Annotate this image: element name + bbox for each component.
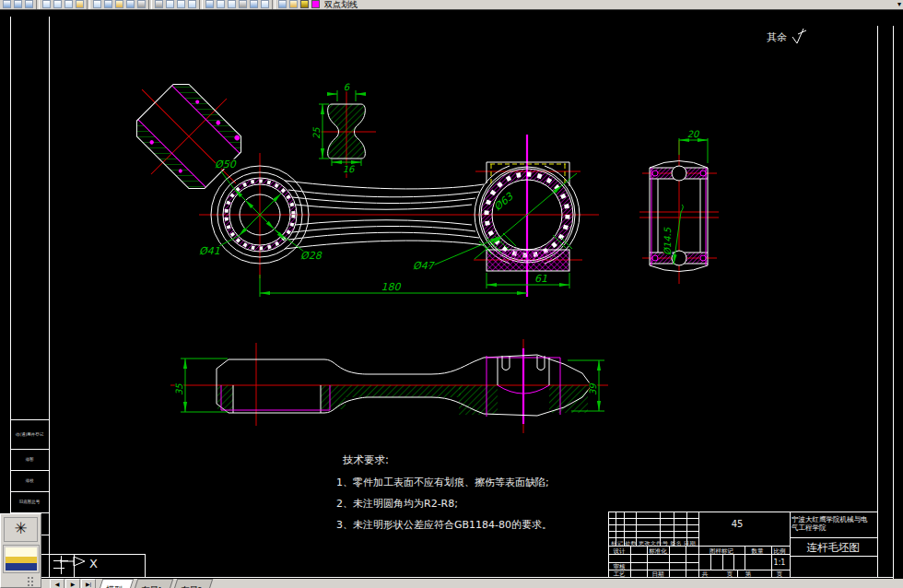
toolbar-overflow-icon[interactable]: ▾ bbox=[897, 0, 901, 8]
strip-cell: 描图 bbox=[25, 457, 34, 462]
process-label: 工艺 bbox=[614, 570, 627, 578]
sheet-unit2: 页 bbox=[777, 570, 783, 578]
tab-model[interactable]: 模型 bbox=[99, 579, 135, 588]
svg-text:39: 39 bbox=[588, 382, 598, 395]
strip-cell: 旧底图总号 bbox=[19, 499, 41, 504]
cut-icon[interactable] bbox=[76, 0, 84, 8]
svg-text:Ø50: Ø50 bbox=[215, 159, 237, 171]
tech-item: 3、未注明形状公差应符合GB1184-80的要求。 bbox=[336, 519, 552, 531]
design-label: 设计 bbox=[614, 547, 627, 555]
svg-text:16: 16 bbox=[343, 164, 356, 174]
layer-control-icon[interactable] bbox=[289, 0, 298, 8]
distance-icon[interactable] bbox=[205, 0, 214, 8]
open-icon[interactable] bbox=[14, 0, 22, 8]
pan-icon[interactable] bbox=[155, 0, 163, 8]
area-icon[interactable] bbox=[217, 0, 225, 8]
named-views-icon[interactable] bbox=[261, 0, 269, 8]
tab-nav-last-icon[interactable]: ▶| bbox=[81, 579, 96, 588]
institution-line2: 气工程学院 bbox=[791, 523, 827, 532]
tech-title: 技术要求: bbox=[342, 453, 389, 466]
toolbar-grip[interactable] bbox=[27, 576, 34, 587]
surface-note-text: 其余 bbox=[767, 31, 787, 43]
list-icon[interactable] bbox=[239, 0, 247, 8]
spell-check-icon[interactable] bbox=[64, 0, 73, 8]
qty-header: 数量 bbox=[751, 547, 765, 555]
audit-label: 审核 bbox=[614, 563, 627, 570]
print-icon[interactable] bbox=[42, 0, 51, 8]
date-label: 日期 bbox=[652, 570, 664, 578]
tab-layout1[interactable]: 布局1 bbox=[134, 579, 174, 588]
svg-text:35: 35 bbox=[174, 383, 184, 395]
drawing-title: 连杆毛坯图 bbox=[806, 541, 860, 554]
color-control-icon[interactable] bbox=[300, 0, 309, 8]
save-icon[interactable] bbox=[25, 0, 33, 8]
copy-icon[interactable] bbox=[93, 0, 101, 8]
institution-line1: 宁波大红鹰学院机械与电 bbox=[792, 515, 868, 523]
zoom-previous-icon[interactable] bbox=[188, 0, 196, 8]
svg-text:20: 20 bbox=[687, 129, 700, 139]
paste-icon[interactable] bbox=[104, 0, 112, 8]
scale-header: 比例 bbox=[774, 547, 786, 555]
svg-text:Ø28: Ø28 bbox=[300, 250, 322, 262]
linetype-control[interactable]: 双点划线 bbox=[322, 0, 358, 9]
layers-image-icon[interactable] bbox=[3, 545, 40, 573]
sheet-total-label: 共 bbox=[702, 570, 709, 578]
toolbar-separator bbox=[148, 0, 152, 9]
zoom-realtime-icon[interactable] bbox=[166, 0, 174, 8]
redo-icon[interactable] bbox=[137, 0, 146, 8]
svg-text:25: 25 bbox=[311, 127, 322, 139]
toolbar-separator bbox=[36, 0, 40, 9]
svg-text:Ø41: Ø41 bbox=[199, 245, 220, 257]
svg-text:180: 180 bbox=[381, 281, 402, 293]
revision-row: 标记 处数 更改文件号 签名 日期 bbox=[610, 540, 696, 547]
toolbar-separator bbox=[87, 0, 90, 9]
zoom-window-icon[interactable] bbox=[177, 0, 185, 8]
undo-icon[interactable] bbox=[126, 0, 135, 8]
layer-properties-icon[interactable] bbox=[278, 0, 287, 8]
svg-text:Ø47: Ø47 bbox=[413, 260, 436, 272]
region-icon[interactable] bbox=[228, 0, 236, 8]
layout-tab-bar: ◀ ▶ ▶| 模型 布局1 布局2 bbox=[0, 579, 903, 588]
ucs-x-label: X bbox=[89, 557, 98, 570]
svg-text:Ø14.5: Ø14.5 bbox=[663, 227, 673, 255]
new-icon[interactable] bbox=[3, 0, 11, 8]
orbit-star-icon[interactable]: ✳ bbox=[4, 517, 38, 542]
tech-item: 2、未注明圆角均为R2-R8; bbox=[336, 498, 458, 510]
strip-cell: 描校 bbox=[25, 478, 35, 483]
tech-item: 1、零件加工表面不应有划痕、擦伤等表面缺陷; bbox=[336, 476, 549, 488]
drawing-canvas[interactable]: 借(通)用件登记 描图 描校 旧底图总号 底图总号 签字 日期 其余 bbox=[0, 10, 903, 579]
scale-value: 1:1 bbox=[774, 559, 786, 567]
current-color-swatch[interactable] bbox=[311, 0, 320, 8]
print-preview-icon[interactable] bbox=[53, 0, 62, 8]
match-properties-icon[interactable] bbox=[115, 0, 123, 8]
tab-layout2[interactable]: 布局2 bbox=[173, 579, 214, 588]
point-id-icon[interactable] bbox=[250, 0, 258, 8]
standard-label: 标准化 bbox=[648, 547, 667, 555]
toolbar-separator bbox=[272, 0, 276, 9]
svg-text:61: 61 bbox=[534, 273, 547, 285]
toolbar: 双点划线 ▾ bbox=[0, 0, 903, 10]
material-value: 45 bbox=[732, 519, 744, 529]
tab-nav-first-icon[interactable]: ◀ bbox=[50, 579, 64, 588]
floating-toolbar: ✳ bbox=[0, 513, 41, 588]
strip-cell: 借(通)用件登记 bbox=[16, 431, 44, 437]
toolbar-separator bbox=[199, 0, 203, 9]
stamp-header: 图样标记 bbox=[710, 547, 734, 555]
sheet-unit1: 页 bbox=[727, 570, 733, 578]
tab-nav-prev-icon[interactable]: ▶ bbox=[65, 579, 80, 588]
sheet-index-label: 第 bbox=[745, 570, 752, 578]
